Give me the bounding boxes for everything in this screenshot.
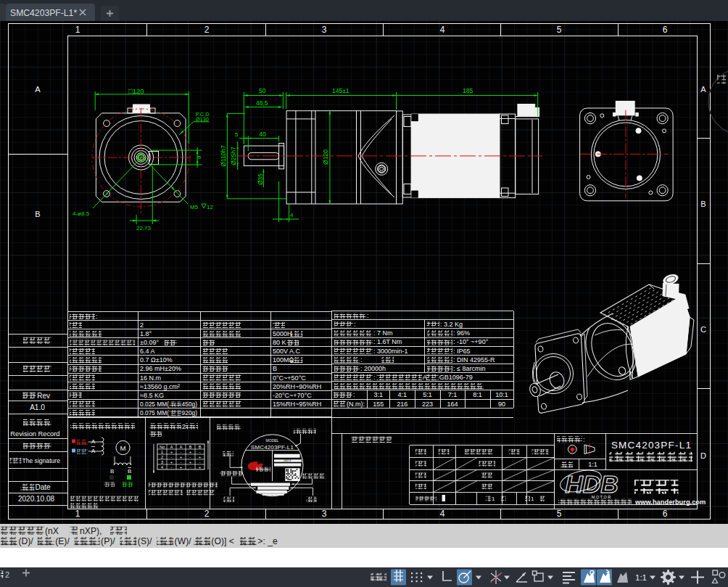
svg-text:3:1: 3:1 — [373, 391, 383, 398]
svg-text:(E)/: (E)/ — [55, 536, 70, 546]
svg-text:: 20000h: : 20000h — [360, 365, 386, 372]
svg-text:1.8°: 1.8° — [140, 330, 152, 337]
svg-text:15%RH~95%RH: 15%RH~95%RH — [273, 401, 321, 408]
svg-text:223: 223 — [422, 401, 433, 408]
svg-text:5000H: 5000H — [273, 330, 292, 337]
svg-text:48,5: 48,5 — [256, 99, 268, 107]
svg-text:1: 1 — [161, 450, 163, 454]
svg-text:(D)/: (D)/ — [18, 536, 33, 546]
svg-text:2: 2 — [161, 455, 163, 459]
svg-text:(S)/: (S)/ — [138, 536, 152, 546]
svg-text:A: A — [180, 445, 183, 449]
svg-text:2: 2 — [204, 509, 210, 519]
svg-text:1:1: 1:1 — [635, 573, 647, 582]
svg-text:2020.10.08: 2020.10.08 — [18, 495, 54, 503]
svg-text:Revision Record: Revision Record — [10, 430, 59, 438]
svg-text:7:1: 7:1 — [448, 391, 458, 398]
svg-text:: ≤ 8arcmin: : ≤ 8arcmin — [453, 365, 485, 372]
svg-text:≈8.5 KG: ≈8.5 KG — [140, 392, 164, 399]
svg-text:12: 12 — [207, 204, 213, 210]
svg-text:40: 40 — [259, 131, 266, 138]
svg-text:Ø35: Ø35 — [257, 173, 264, 185]
svg-text:-20°C~+70°C: -20°C~+70°C — [273, 392, 312, 399]
svg-text:0.075 MM(: 0.075 MM( — [140, 409, 169, 416]
svg-text:1: 1 — [75, 25, 80, 35]
svg-text:22.73: 22.73 — [136, 225, 152, 231]
svg-text:4-ø8.5: 4-ø8.5 — [73, 210, 90, 217]
svg-text:450g): 450g) — [182, 401, 198, 408]
svg-text:SMC4203PF-L1: SMC4203PF-L1 — [251, 444, 294, 451]
svg-text:1: 1 — [75, 509, 80, 519]
svg-text:D: D — [700, 451, 706, 460]
svg-text:-: - — [199, 450, 201, 454]
svg-text:GB1096-79: GB1096-79 — [439, 374, 473, 381]
svg-text:Ø120: Ø120 — [322, 149, 329, 165]
svg-text:6.4 A: 6.4 A — [140, 348, 155, 355]
svg-text:185: 185 — [463, 87, 473, 94]
svg-text:A: A — [91, 438, 96, 445]
svg-text:nXP),: nXP), — [80, 526, 102, 536]
svg-text:+: + — [180, 465, 183, 469]
svg-text:2: 2 — [182, 423, 186, 430]
svg-text:0.7 Ω±10%: 0.7 Ω±10% — [140, 356, 173, 364]
svg-text:155: 155 — [373, 401, 384, 408]
svg-text:>: _e: >: _e — [257, 536, 278, 546]
svg-text:-: - — [190, 455, 191, 459]
svg-text:90: 90 — [498, 401, 505, 408]
svg-text:+: + — [199, 455, 202, 459]
svg-text:+: + — [170, 460, 173, 464]
svg-text::: : — [360, 356, 363, 364]
svg-text:20%RH~90%RH: 20%RH~90%RH — [273, 383, 321, 390]
svg-text::: : — [96, 313, 98, 320]
svg-text:0.025 MM(: 0.025 MM( — [140, 401, 169, 408]
svg-text:4: 4 — [290, 212, 294, 218]
svg-text:+: + — [189, 450, 192, 454]
svg-text:B: B — [273, 365, 277, 372]
svg-text:No: No — [160, 445, 165, 449]
svg-text:±0.09°: ±0.09° — [140, 339, 159, 346]
svg-text:A: A — [170, 445, 173, 449]
svg-text:5: 5 — [557, 25, 562, 35]
svg-text:16 N.m: 16 N.m — [140, 374, 161, 382]
svg-text:-: - — [190, 465, 191, 469]
svg-text:(nX: (nX — [45, 526, 59, 536]
svg-text:www.handerburg.com: www.handerburg.com — [634, 498, 706, 506]
svg-text:4: 4 — [440, 25, 445, 35]
svg-text:HDB: HDB — [565, 470, 619, 498]
svg-text:A: A — [35, 85, 41, 94]
svg-text:4: 4 — [440, 509, 445, 519]
svg-text:B: B — [189, 445, 192, 449]
svg-text:1: 1 — [531, 496, 534, 502]
svg-text:: 3000min-1: : 3000min-1 — [373, 348, 408, 355]
svg-text:10:1: 10:1 — [495, 391, 508, 398]
svg-text:SMC4203PF-L1: SMC4203PF-L1 — [611, 440, 692, 451]
svg-text:+: + — [189, 460, 192, 464]
svg-text::: : — [354, 321, 356, 328]
svg-text:3: 3 — [322, 509, 327, 519]
svg-text:: 96%: : 96% — [453, 329, 470, 337]
svg-text::: : — [353, 391, 355, 398]
svg-text:(N.m):: (N.m): — [347, 401, 365, 408]
svg-text:1:1: 1:1 — [588, 461, 597, 468]
svg-text:+: + — [180, 455, 183, 459]
svg-text:: 7 Nm: : 7 Nm — [373, 329, 393, 337]
svg-text:B: B — [700, 200, 706, 208]
svg-text:-: - — [181, 450, 182, 454]
svg-text:M O T O R: M O T O R — [592, 495, 611, 499]
svg-text:6: 6 — [663, 509, 668, 519]
svg-text:5:1: 5:1 — [423, 391, 432, 398]
svg-text:3: 3 — [322, 25, 327, 35]
svg-text:5: 5 — [235, 131, 239, 138]
svg-text:+: + — [170, 450, 173, 454]
svg-text:145±1: 145±1 — [332, 87, 349, 94]
svg-text:: IP65: : IP65 — [453, 348, 471, 355]
svg-text:8:1: 8:1 — [473, 391, 482, 398]
svg-text:2相2.8: 2相2.8 — [284, 459, 291, 462]
svg-text:B: B — [199, 445, 202, 449]
svg-text:A1.0: A1.0 — [30, 403, 45, 411]
svg-text:2: 2 — [204, 25, 210, 35]
svg-text:2: 2 — [140, 321, 144, 329]
svg-text:M: M — [120, 444, 126, 452]
svg-text:1: 1 — [492, 496, 495, 502]
svg-text:≈13560 g.cm²: ≈13560 g.cm² — [140, 383, 180, 390]
